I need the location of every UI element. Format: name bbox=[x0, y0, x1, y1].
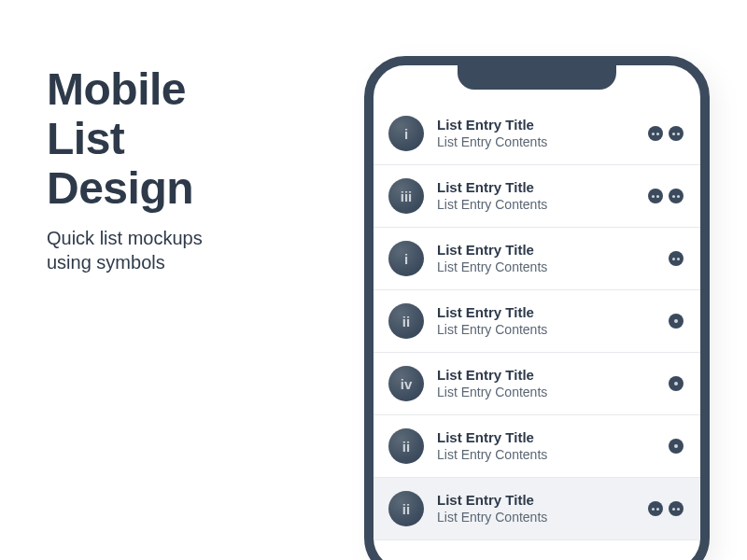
list-item[interactable]: iList Entry TitleList Entry Contents bbox=[374, 103, 700, 165]
roman-badge-icon: i bbox=[388, 116, 424, 151]
phone-frame: iList Entry TitleList Entry ContentsiiiL… bbox=[364, 56, 710, 560]
action-dots-icon[interactable] bbox=[669, 501, 684, 516]
list-item-actions bbox=[669, 376, 684, 391]
list-item[interactable]: iList Entry TitleList Entry Contents bbox=[374, 228, 700, 290]
page-title: Mobile List Design bbox=[47, 65, 308, 213]
list-item-title: List Entry Title bbox=[437, 367, 655, 385]
roman-badge-icon: ii bbox=[388, 428, 424, 464]
list-item-text: List Entry TitleList Entry Contents bbox=[437, 304, 655, 338]
list-item-actions bbox=[648, 126, 684, 141]
list-item-subtitle: List Entry Contents bbox=[437, 385, 655, 401]
list-item-title: List Entry Title bbox=[437, 429, 655, 447]
roman-badge-icon: iv bbox=[388, 366, 424, 401]
title-line-3: Design bbox=[47, 163, 193, 213]
list-item-subtitle: List Entry Contents bbox=[437, 510, 635, 526]
list-item-actions bbox=[648, 189, 684, 203]
list-item-subtitle: List Entry Contents bbox=[437, 447, 655, 464]
phone-notch bbox=[458, 62, 616, 90]
list-item-text: List Entry TitleList Entry Contents bbox=[437, 429, 655, 463]
list-item-subtitle: List Entry Contents bbox=[437, 197, 635, 214]
list-item-subtitle: List Entry Contents bbox=[437, 134, 635, 151]
list-item-actions bbox=[648, 501, 684, 516]
list-view: iList Entry TitleList Entry ContentsiiiL… bbox=[374, 103, 700, 560]
list-item-text: List Entry TitleList Entry Contents bbox=[437, 367, 655, 400]
list-item-title: List Entry Title bbox=[437, 492, 635, 510]
device-mockup: iList Entry TitleList Entry ContentsiiiL… bbox=[364, 56, 710, 560]
list-item[interactable]: iiiList Entry TitleList Entry Contents bbox=[374, 165, 700, 228]
list-item-title: List Entry Title bbox=[437, 117, 635, 134]
roman-badge-icon: ii bbox=[388, 491, 424, 526]
list-item-text: List Entry TitleList Entry Contents bbox=[437, 117, 635, 150]
title-line-2: List bbox=[47, 114, 124, 163]
list-item-subtitle: List Entry Contents bbox=[437, 322, 655, 339]
subtitle-line-2: using symbols bbox=[47, 252, 165, 273]
roman-badge-icon: ii bbox=[388, 303, 424, 339]
list-item[interactable]: iiList Entry TitleList Entry Contents bbox=[374, 478, 700, 540]
roman-badge-icon: iii bbox=[388, 178, 424, 214]
list-item-actions bbox=[669, 439, 684, 454]
list-item-actions bbox=[669, 314, 684, 329]
list-item[interactable]: iiList Entry TitleList Entry Contents bbox=[374, 290, 700, 353]
action-dots-icon[interactable] bbox=[648, 189, 663, 203]
list-item-title: List Entry Title bbox=[437, 242, 655, 259]
subtitle-line-1: Quick list mockups bbox=[47, 228, 203, 248]
action-dot-icon[interactable] bbox=[669, 314, 684, 329]
action-dots-icon[interactable] bbox=[648, 126, 663, 141]
list-item-subtitle: List Entry Contents bbox=[437, 259, 655, 276]
action-dots-icon[interactable] bbox=[669, 251, 684, 266]
list-item-text: List Entry TitleList Entry Contents bbox=[437, 242, 655, 275]
page-subtitle: Quick list mockups using symbols bbox=[47, 226, 308, 274]
list-item[interactable]: iiList Entry TitleList Entry Contents bbox=[374, 415, 700, 478]
action-dots-icon[interactable] bbox=[648, 501, 663, 516]
action-dots-icon[interactable] bbox=[669, 126, 684, 141]
list-item-text: List Entry TitleList Entry Contents bbox=[437, 492, 635, 525]
hero-text: Mobile List Design Quick list mockups us… bbox=[47, 56, 308, 560]
title-line-1: Mobile bbox=[47, 64, 186, 114]
list-item-text: List Entry TitleList Entry Contents bbox=[437, 179, 635, 213]
list-item-title: List Entry Title bbox=[437, 304, 655, 322]
action-dots-icon[interactable] bbox=[669, 189, 684, 203]
action-dot-icon[interactable] bbox=[669, 439, 684, 454]
list-item-actions bbox=[669, 251, 684, 266]
roman-badge-icon: i bbox=[388, 241, 424, 276]
list-item-title: List Entry Title bbox=[437, 179, 635, 197]
action-dot-icon[interactable] bbox=[669, 376, 684, 391]
list-item[interactable]: ivList Entry TitleList Entry Contents bbox=[374, 353, 700, 415]
